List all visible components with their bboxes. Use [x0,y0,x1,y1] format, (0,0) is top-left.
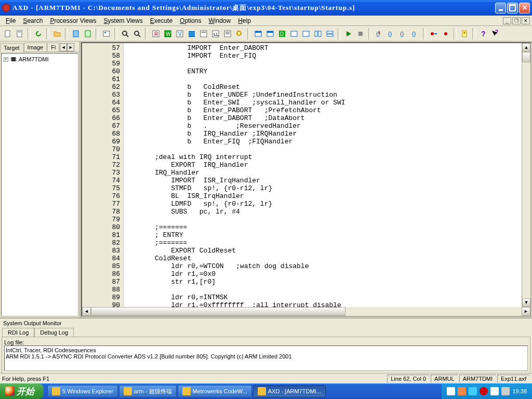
tool-run[interactable] [343,28,354,39]
tray-icon[interactable] [469,387,477,395]
tab-image[interactable]: Image [24,43,47,51]
svg-rect-34 [291,31,297,36]
hscroll-right-button[interactable]: ► [522,307,530,316]
scroll-up-button[interactable]: ▲ [522,43,530,52]
svg-text:D: D [280,31,284,37]
tree-expand-icon[interactable]: + [4,57,8,62]
hscroll-thumb[interactable] [91,307,345,316]
tool-win5[interactable] [300,28,312,39]
toolbar: R W V LL D {} {} {} {} ? ? [0,26,532,42]
tab-debug-log[interactable]: Debug Log [34,328,74,337]
log-output[interactable]: IntCtrl, Tracer, RDI Codesequences ARM R… [4,345,528,371]
tool-mem[interactable] [198,28,209,39]
tool-win6[interactable] [312,28,324,39]
tool-bp-clear[interactable] [440,28,451,39]
tool-win3[interactable]: D [276,28,288,39]
tool-help[interactable]: ? [477,28,489,39]
tool-find1[interactable] [119,28,131,39]
tool-run-cursor[interactable]: {} [409,28,421,39]
start-button[interactable]: 开始 [0,383,44,399]
mdi-close[interactable]: ✕ [522,17,530,24]
close-button[interactable]: ✕ [519,3,530,14]
menu-processor-views[interactable]: Processor Views [46,16,100,25]
tray-icon[interactable] [447,387,455,395]
tool-find2[interactable] [131,28,143,39]
vertical-scrollbar[interactable]: ▲ ▼ [522,43,530,307]
tool-profile[interactable] [459,28,470,39]
tool-open[interactable] [14,28,25,39]
tool-step-out[interactable]: {} [397,28,409,39]
tool-book1[interactable] [70,28,82,39]
tool-context-help[interactable]: ? [489,28,501,39]
tool-stop[interactable] [355,28,366,39]
tool-step-in[interactable]: {} [374,28,385,39]
minimize-button[interactable] [495,3,506,14]
tray-icon[interactable] [458,387,466,395]
svg-text:R: R [154,31,158,37]
taskbar-button[interactable]: AXD - [ARM7TDMI... [253,385,326,397]
svg-text:W: W [166,31,171,37]
horizontal-scrollbar[interactable]: ◄ ► [82,307,530,316]
tool-bp-toggle[interactable] [428,28,440,39]
svg-line-10 [138,35,140,37]
tray-icon[interactable] [480,387,488,395]
tab-rdi-log[interactable]: RDI Log [2,328,34,337]
tool-book2[interactable] [82,28,94,39]
menu-bar: FileSearchProcessor ViewsSystem ViewsExe… [0,16,532,26]
tab-files[interactable]: Fi [47,43,59,51]
svg-text:?: ? [481,30,486,38]
line-gutter[interactable]: 5758596061626364656667686970717273747576… [82,43,124,307]
menu-search[interactable]: Search [19,16,46,25]
tool-win7[interactable] [324,28,336,39]
tool-win2[interactable] [264,28,276,39]
menu-execute[interactable]: Execute [147,16,176,25]
svg-point-7 [123,31,127,35]
mdi-restore[interactable]: ❐ [512,17,521,24]
tool-reg-w[interactable]: W [162,28,174,39]
tool-zoom[interactable] [234,28,245,39]
tab-target[interactable]: Target [0,43,23,52]
scroll-down-button[interactable]: ▼ [522,298,530,307]
svg-rect-36 [315,31,317,36]
tool-props[interactable] [101,28,112,39]
taskbar-button[interactable]: 5 Windows Explorer [47,385,118,397]
taskbar-button[interactable]: Metrowerks CodeW... [178,385,252,397]
hscroll-left-button[interactable]: ◄ [82,307,91,316]
tool-reg-r[interactable]: R [150,28,162,39]
menu-system-views[interactable]: System Views [100,16,147,25]
tool-reload[interactable] [33,28,44,39]
tool-win1[interactable] [252,28,264,39]
svg-rect-3 [73,31,78,37]
tool-bt[interactable] [186,28,197,39]
taskbar-button[interactable]: arm - 超级终端 [119,385,177,397]
tree-item-arm7tdmi[interactable]: + ARM7TDMI [4,56,76,63]
tray-icon[interactable] [490,387,499,395]
chip-icon [10,56,17,63]
title-bar: AXD - [ARM7TDMI - C:\Documents and Setti… [0,0,532,16]
output-title: System Output Monitor [0,318,532,328]
tree-item-label: ARM7TDMI [19,56,48,62]
svg-point-47 [444,32,447,35]
menu-options[interactable]: Options [176,16,205,25]
tab-scroll-left[interactable]: ◄ [60,43,67,51]
tool-win4[interactable] [288,28,300,39]
menu-help[interactable]: Help [234,16,255,25]
mdi-minimize[interactable]: _ [503,17,511,24]
tray-clock[interactable]: 19:38 [512,388,527,394]
tool-new[interactable] [2,28,14,39]
tool-step-over[interactable]: {} [385,28,397,39]
tab-scroll-right[interactable]: ► [67,43,74,51]
tool-folder[interactable] [51,28,63,39]
tool-ll[interactable]: LL [210,28,221,39]
menu-file[interactable]: File [2,16,19,25]
tool-reg-v[interactable]: V [174,28,185,39]
tool-dis[interactable] [222,28,233,39]
svg-rect-37 [318,31,321,36]
target-tree[interactable]: + ARM7TDMI [1,53,78,316]
menu-window[interactable]: Window [205,16,234,25]
system-tray[interactable]: 19:38 [442,383,532,399]
code-area[interactable]: IMPORT Enter_DABORT IMPORT Enter_FIQ ENT… [124,43,522,307]
tray-icon[interactable] [501,387,510,395]
maximize-button[interactable] [507,3,518,14]
scroll-thumb[interactable] [522,52,530,62]
